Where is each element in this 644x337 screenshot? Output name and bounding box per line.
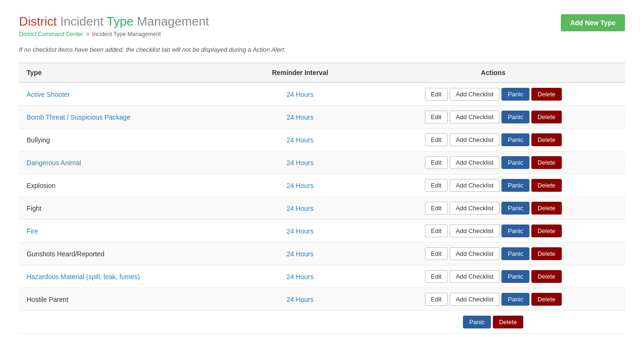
title-section: District Incident Type Management Distri…	[19, 14, 209, 37]
type-cell: Bomb Threat / Suspicious Package	[19, 106, 239, 129]
panic-button[interactable]: Panic	[501, 293, 529, 306]
add-checklist-button[interactable]: Add Checklist	[450, 247, 500, 260]
panic-button[interactable]: Panic	[501, 247, 529, 260]
edit-button[interactable]: Edit	[425, 133, 448, 146]
delete-button[interactable]: Delete	[531, 111, 562, 123]
type-cell: Explosion	[19, 174, 239, 197]
reminder-cell	[239, 311, 361, 334]
panic-button[interactable]: Panic	[501, 156, 529, 169]
type-cell: Gunshots Heard/Reported	[19, 243, 239, 265]
add-checklist-button[interactable]: Add Checklist	[450, 111, 500, 123]
type-link[interactable]: Fire	[27, 227, 38, 235]
edit-button[interactable]: Edit	[425, 247, 448, 260]
type-cell: Active Shooter	[19, 83, 239, 106]
reminder-cell: 24 Hours	[239, 106, 361, 129]
delete-button[interactable]: Delete	[531, 133, 562, 146]
title-district: District	[19, 14, 57, 28]
actions-cell: EditAdd ChecklistPanicDelete	[361, 151, 625, 174]
breadcrumb-current: Incident Type Management	[92, 31, 161, 37]
type-cell: Fire	[19, 220, 239, 243]
page-wrapper: District Incident Type Management Distri…	[0, 0, 644, 337]
table-row: Bullying24 HoursEditAdd ChecklistPanicDe…	[19, 129, 625, 151]
add-checklist-button[interactable]: Add Checklist	[450, 133, 500, 146]
edit-button[interactable]: Edit	[425, 179, 448, 192]
actions-cell: EditAdd ChecklistPanicDelete	[361, 220, 625, 243]
col-header-type: Type	[19, 63, 239, 83]
add-new-type-button[interactable]: Add New Type	[561, 14, 625, 31]
actions-cell: EditAdd ChecklistPanicDelete	[361, 265, 625, 288]
panic-button[interactable]: Panic	[501, 88, 529, 101]
edit-button[interactable]: Edit	[425, 202, 448, 215]
reminder-cell: 24 Hours	[239, 151, 361, 174]
actions-cell: EditAdd ChecklistPanicDelete	[361, 106, 625, 129]
table-row: Hostile Parent24 HoursEditAdd ChecklistP…	[19, 288, 625, 311]
type-cell: Fight	[19, 197, 239, 220]
panic-button[interactable]: Panic	[463, 316, 491, 328]
actions-cell: EditAdd ChecklistPanicDelete	[361, 243, 625, 265]
table-row: PanicDelete	[19, 311, 625, 334]
edit-button[interactable]: Edit	[425, 111, 448, 123]
title-management: Management	[134, 14, 209, 28]
table-row: Hazardous Material (spill, leak, fumes)2…	[19, 265, 625, 288]
info-text: If no checklist items have been added, t…	[19, 46, 625, 53]
delete-button[interactable]: Delete	[531, 202, 562, 215]
delete-button[interactable]: Delete	[531, 156, 562, 169]
actions-cell: EditAdd ChecklistPanicDelete	[361, 288, 625, 311]
add-checklist-button[interactable]: Add Checklist	[450, 88, 500, 101]
type-cell: Hazardous Material (spill, leak, fumes)	[19, 265, 239, 288]
add-checklist-button[interactable]: Add Checklist	[450, 156, 500, 169]
breadcrumb-parent-link[interactable]: District Command Center	[19, 31, 83, 37]
breadcrumb-separator: >	[86, 31, 89, 37]
type-link[interactable]: Hazardous Material (spill, leak, fumes)	[27, 273, 140, 281]
table-header-row: Type Reminder Interval Actions	[19, 63, 625, 83]
table-row: Fight24 HoursEditAdd ChecklistPanicDelet…	[19, 197, 625, 220]
type-link[interactable]: Bomb Threat / Suspicious Package	[27, 113, 130, 121]
panic-button[interactable]: Panic	[501, 111, 529, 123]
edit-button[interactable]: Edit	[425, 293, 448, 306]
edit-button[interactable]: Edit	[425, 88, 448, 101]
table-row: Active Shooter24 HoursEditAdd ChecklistP…	[19, 83, 625, 106]
title-type: Type	[104, 14, 134, 28]
reminder-cell: 24 Hours	[239, 243, 361, 265]
delete-button[interactable]: Delete	[531, 247, 562, 260]
actions-cell: PanicDelete	[361, 311, 625, 334]
type-cell: Bullying	[19, 129, 239, 151]
reminder-cell: 24 Hours	[239, 220, 361, 243]
panic-button[interactable]: Panic	[501, 225, 529, 237]
add-checklist-button[interactable]: Add Checklist	[450, 179, 500, 192]
header-row: District Incident Type Management Distri…	[19, 14, 625, 37]
add-checklist-button[interactable]: Add Checklist	[450, 293, 500, 306]
actions-cell: EditAdd ChecklistPanicDelete	[361, 83, 625, 106]
add-checklist-button[interactable]: Add Checklist	[450, 202, 500, 215]
add-checklist-button[interactable]: Add Checklist	[450, 225, 500, 237]
panic-button[interactable]: Panic	[501, 133, 529, 146]
edit-button[interactable]: Edit	[425, 156, 448, 169]
title-incident: Incident	[57, 14, 103, 28]
type-link[interactable]: Active Shooter	[27, 91, 70, 98]
delete-button[interactable]: Delete	[531, 270, 562, 283]
page-title: District Incident Type Management	[19, 14, 209, 29]
delete-button[interactable]: Delete	[531, 225, 562, 237]
table-row: Fire24 HoursEditAdd ChecklistPanicDelete	[19, 220, 625, 243]
reminder-cell: 24 Hours	[239, 129, 361, 151]
table-row: Dangerous Animal24 HoursEditAdd Checklis…	[19, 151, 625, 174]
delete-button[interactable]: Delete	[531, 179, 562, 192]
type-cell	[19, 311, 239, 334]
edit-button[interactable]: Edit	[425, 225, 448, 237]
delete-button[interactable]: Delete	[531, 88, 562, 101]
delete-button[interactable]: Delete	[531, 293, 562, 306]
col-header-reminder: Reminder Interval	[239, 63, 361, 83]
panic-button[interactable]: Panic	[501, 270, 529, 283]
incident-types-table: Type Reminder Interval Actions Active Sh…	[19, 63, 625, 334]
panic-button[interactable]: Panic	[501, 202, 529, 215]
delete-button[interactable]: Delete	[493, 316, 523, 328]
table-row: Bomb Threat / Suspicious Package24 Hours…	[19, 106, 625, 129]
table-row: Explosion24 HoursEditAdd ChecklistPanicD…	[19, 174, 625, 197]
panic-button[interactable]: Panic	[501, 179, 529, 192]
reminder-cell: 24 Hours	[239, 83, 361, 106]
reminder-cell: 24 Hours	[239, 288, 361, 311]
edit-button[interactable]: Edit	[425, 270, 448, 283]
add-checklist-button[interactable]: Add Checklist	[450, 270, 500, 283]
col-header-actions: Actions	[361, 63, 625, 83]
type-link[interactable]: Dangerous Animal	[27, 159, 81, 167]
